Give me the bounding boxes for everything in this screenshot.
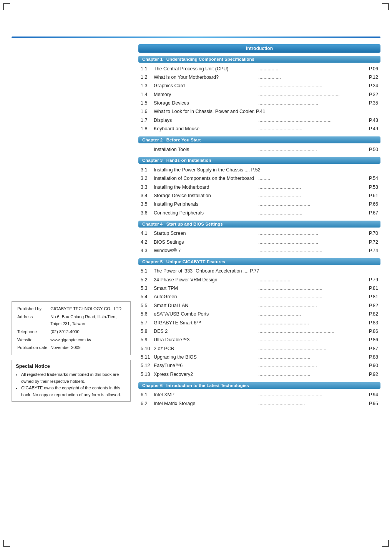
address-label: Address [16, 313, 49, 328]
toc-num: 1.2 [141, 74, 154, 81]
chapter-1-header: Chapter 1 Understanding Component Specif… [138, 56, 380, 63]
toc-page: P.82 [363, 311, 378, 318]
toc-num: 5.2 [141, 276, 154, 284]
toc-num: 1.6 [141, 108, 154, 115]
corner-mark-tr [382, 3, 389, 10]
chapter-6-header: Chapter 6 Introduction to the Latest Tec… [138, 382, 380, 389]
toc-title: eSATA/USB Combo Ports [154, 311, 257, 318]
chapter-2-items: Installation Tools .....................… [138, 145, 380, 154]
address-value: No.6, Bau Chiang Road, Hsin-Tien, Taipei… [49, 313, 126, 328]
toc-row-1-5: 1.5 Storage Devices ....................… [138, 99, 380, 108]
toc-row-5-11: 5.11 Upgrading the BIOS ................… [138, 353, 380, 362]
pubdate-value: November 2009 [49, 344, 126, 352]
toc-row-1-4: 1.4 Memory .............................… [138, 90, 380, 99]
toc-title: Upgrading the BIOS [154, 354, 257, 361]
toc-row-1-8: 1.8 Keyboard and Mouse .................… [138, 125, 380, 133]
toc-row-2-1: Installation Tools .....................… [138, 145, 380, 154]
toc-page: P.88 [363, 354, 378, 361]
toc-title: 24 Phase Power VRM Design [154, 276, 257, 284]
chapter-3-items: 3.1 Installing the Power Supply in the C… [138, 166, 380, 217]
toc-row-6-1: 6.1 Intel XMP ..........................… [138, 391, 380, 399]
toc-num: 5.6 [141, 311, 154, 318]
toc-row-1-7: 1.7 Displays ...........................… [138, 116, 380, 125]
toc-title: Connecting Peripherals [154, 209, 257, 217]
toc-title: Installing Peripherals [154, 201, 257, 208]
toc-page: P.83 [363, 319, 378, 327]
toc-row-5-9: 5.9 Ultra Durable™3 ....................… [138, 336, 380, 344]
telephone-value: (02) 8912-4000 [49, 328, 126, 336]
toc-page: P.06 [363, 65, 378, 73]
toc-title: AutoGreen [154, 293, 257, 301]
toc-row-1-1: 1.1 The Central Processing Unit (CPU) ..… [138, 65, 380, 73]
toc-page: P.12 [363, 74, 378, 81]
website-value: www.gigabyte.com.tw [49, 336, 126, 344]
special-notice-box: Special Notice All registered trademarks… [12, 360, 131, 402]
corner-mark-br [382, 540, 389, 547]
toc-num: 3.5 [141, 201, 154, 208]
toc-row-3-6: 3.6 Connecting Peripherals .............… [138, 209, 380, 217]
chapter-5-items: 5.1 The Power of '333'' Onboard Accelera… [138, 267, 380, 379]
toc-page: P.24 [363, 82, 378, 90]
toc-num: 1.5 [141, 100, 154, 107]
toc-title: The Power of '333'' Onboard Acceleration… [154, 268, 378, 275]
chapter-4-items: 4.1 Startup Screen .....................… [138, 229, 380, 255]
toc-page: P.81 [363, 285, 378, 292]
published-by-value: GIGABYTE TECHNOLOGY CO., LTD. [49, 305, 126, 313]
toc-row-3-3: 3.3 Installing the Motherboard .........… [138, 183, 380, 191]
toc-title: Smart Dual LAN [154, 302, 257, 309]
toc-row-1-6: 1.6 What to Look for in Chassis, Power a… [138, 108, 380, 116]
toc-num: 1.7 [141, 117, 154, 124]
toc-num: 4.1 [141, 230, 154, 237]
toc-title: Installation Tools [154, 146, 257, 153]
toc-num: 5.10 [141, 345, 154, 352]
toc-page: P.95 [363, 400, 378, 407]
toc-num: 5.4 [141, 293, 154, 301]
toc-num: 6.1 [141, 391, 154, 399]
toc-page: P.32 [363, 91, 378, 98]
toc-title: Intel Matrix Storage [154, 400, 257, 407]
website-label: Website [16, 336, 49, 344]
toc-page: P.48 [363, 117, 378, 124]
toc-page: P.79 [363, 276, 378, 284]
toc-num: 4.2 [141, 239, 154, 246]
toc-num: 1.8 [141, 125, 154, 133]
notice-item-1: All registered trademarks mentioned in t… [21, 371, 126, 385]
toc-row-3-4: 3.4 Storage Device Installation ........… [138, 192, 380, 200]
left-panel: Published by GIGABYTE TECHNOLOGY CO., LT… [12, 44, 131, 409]
toc-num: 5.9 [141, 336, 154, 344]
toc-title: Smart TPM [154, 285, 257, 292]
toc-page: P.82 [363, 302, 378, 309]
toc-title: Memory [154, 91, 257, 98]
chapter-4-header: Chapter 4 Start up and BIOS Settings [138, 221, 380, 228]
special-notice-list: All registered trademarks mentioned in t… [21, 371, 126, 398]
chapter-1-items: 1.1 The Central Processing Unit (CPU) ..… [138, 65, 380, 133]
toc-num: 4.3 [141, 247, 154, 254]
toc-row-3-5: 3.5 Installing Peripherals .............… [138, 200, 380, 209]
toc-row-6-2: 6.2 Intel Matrix Storage ...............… [138, 399, 380, 408]
toc-num: 5.5 [141, 302, 154, 309]
toc-row-3-1: 3.1 Installing the Power Supply in the C… [138, 166, 380, 174]
toc-title: Installing the Power Supply in the Chass… [154, 166, 378, 174]
toc-num: 3.1 [141, 166, 154, 174]
toc-row-5-7: 5.7 GIGABYTE Smart 6™ ..................… [138, 319, 380, 327]
publisher-info-box: Published by GIGABYTE TECHNOLOGY CO., LT… [12, 301, 131, 355]
toc-row-5-10: 5.10 2 oz PCB ..........................… [138, 344, 380, 353]
toc-row-5-12: 5.12 EasyTune™6 ........................… [138, 362, 380, 370]
toc-page: P.35 [363, 100, 378, 107]
toc-num: 1.4 [141, 91, 154, 98]
toc-page: P.49 [363, 125, 378, 133]
toc-title: Storage Devices [154, 100, 257, 107]
toc-title: Xpress Recovery2 [154, 371, 257, 378]
chapter-6-items: 6.1 Intel XMP ..........................… [138, 391, 380, 408]
toc-num: 6.2 [141, 400, 154, 407]
toc-page: P.81 [363, 293, 378, 301]
toc-page: P.87 [363, 345, 378, 352]
toc-title: DES 2 [154, 328, 257, 335]
toc-row-5-4: 5.4 AutoGreen ..........................… [138, 293, 380, 301]
chapter-3-header: Chapter 3 Hands-on Installation [138, 157, 380, 164]
toc-num: 3.4 [141, 192, 154, 199]
special-notice-title: Special Notice [16, 363, 126, 369]
toc-num: 5.7 [141, 319, 154, 327]
toc-title: Intel XMP [154, 391, 257, 399]
toc-row-5-2: 5.2 24 Phase Power VRM Design ..........… [138, 276, 380, 284]
